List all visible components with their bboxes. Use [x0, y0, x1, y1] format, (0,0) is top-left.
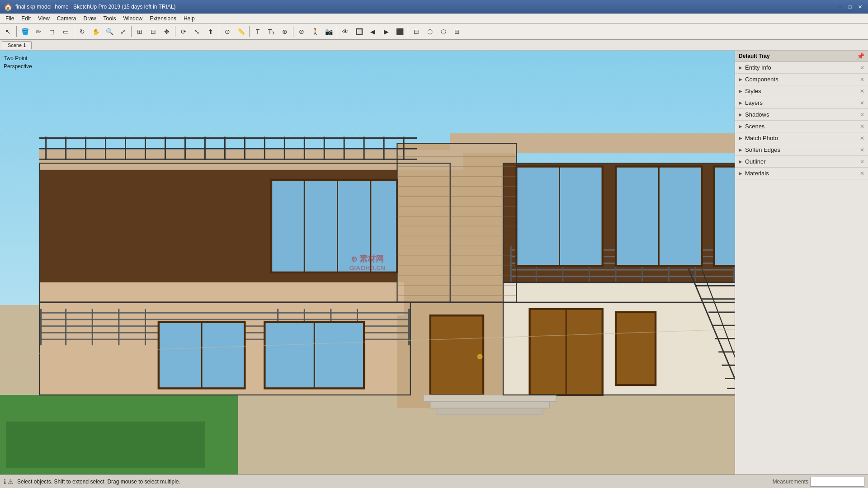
title-bar-text: final skp model -home - SketchUp Pro 201…: [15, 4, 176, 10]
tray-item-close-icon[interactable]: ✕: [860, 65, 864, 71]
scale-tool[interactable]: ⤡: [191, 25, 203, 38]
pencil-tool[interactable]: ✏: [32, 25, 45, 38]
zoom-extents-tool[interactable]: ⤢: [117, 25, 129, 38]
measurements-label: Measurements: [773, 479, 808, 485]
tape-tool[interactable]: 📏: [235, 25, 247, 38]
menu-item-draw[interactable]: Draw: [80, 14, 100, 23]
tray-item-label: Match Photo: [745, 135, 778, 141]
tray-item-shadows[interactable]: ▶Shadows✕: [735, 109, 868, 121]
tray-item-match-photo[interactable]: ▶Match Photo✕: [735, 132, 868, 144]
zoom-tool[interactable]: 🔍: [103, 25, 116, 38]
minimize-button[interactable]: ─: [835, 2, 844, 11]
orbit-tool[interactable]: ↻: [76, 25, 89, 38]
menu-item-extensions[interactable]: Extensions: [146, 14, 180, 23]
tray-item-soften-edges[interactable]: ▶Soften Edges✕: [735, 144, 868, 156]
next-view-tool[interactable]: ▶: [380, 25, 392, 38]
rectangle-tool[interactable]: ▭: [59, 25, 72, 38]
look-around-tool[interactable]: 👁: [339, 25, 352, 38]
tray-item-entity-info[interactable]: ▶Entity Info✕: [735, 62, 868, 74]
status-bar: ℹ ⚠ Select objects. Shift to extend sele…: [0, 474, 868, 488]
move-tool[interactable]: ✥: [160, 25, 173, 38]
parallel-tool[interactable]: ⊟: [410, 25, 423, 38]
perspective-tool[interactable]: ⬡: [424, 25, 436, 38]
tray-item-close-icon[interactable]: ✕: [860, 135, 864, 141]
svg-rect-77: [430, 315, 483, 395]
tray-item-left-entity-info: ▶Entity Info: [739, 64, 771, 71]
walkthrough-tool[interactable]: 🚶: [309, 25, 321, 38]
toolbar-separator: [74, 26, 74, 37]
measurements-box: Measurements: [773, 477, 864, 487]
menu-item-tools[interactable]: Tools: [100, 14, 120, 23]
main-area: Two Point Perspective: [0, 51, 868, 474]
status-message: Select objects. Shift to extend select. …: [17, 479, 769, 485]
paint-bucket-tool[interactable]: 🪣: [19, 25, 31, 38]
tray-item-close-icon[interactable]: ✕: [860, 159, 864, 165]
menu-item-view[interactable]: View: [34, 14, 53, 23]
text-tool[interactable]: T: [251, 25, 264, 38]
expand-arrow-icon: ▶: [739, 147, 742, 152]
expand-arrow-icon: ▶: [739, 89, 742, 94]
menu-item-window[interactable]: Window: [120, 14, 146, 23]
zoom-window-tool[interactable]: 🔲: [353, 25, 365, 38]
tray-item-close-icon[interactable]: ✕: [860, 100, 864, 106]
tray-item-close-icon[interactable]: ✕: [860, 88, 864, 94]
tray-item-close-icon[interactable]: ✕: [860, 76, 864, 83]
standard-views-tool[interactable]: ⬛: [393, 25, 406, 38]
tray-item-scenes[interactable]: ▶Scenes✕: [735, 121, 868, 132]
menu-item-camera[interactable]: Camera: [53, 14, 80, 23]
group-tool[interactable]: ⊟: [147, 25, 160, 38]
3d-text-tool[interactable]: T₃: [265, 25, 278, 38]
tray-item-components[interactable]: ▶Components✕: [735, 74, 868, 85]
tray-item-styles[interactable]: ▶Styles✕: [735, 85, 868, 97]
toolbar-separator: [175, 26, 175, 37]
svg-rect-2: [6, 422, 205, 468]
panel-header: Default Tray 📌: [735, 51, 868, 62]
panel-title: Default Tray: [739, 53, 770, 59]
menu-item-help[interactable]: Help: [180, 14, 198, 23]
expand-arrow-icon: ▶: [739, 100, 742, 105]
svg-rect-54: [510, 276, 735, 277]
tray-item-close-icon[interactable]: ✕: [860, 112, 864, 118]
section-tool[interactable]: ⊘: [295, 25, 308, 38]
tray-item-layers[interactable]: ▶Layers✕: [735, 97, 868, 109]
panel-pin-icon[interactable]: 📌: [857, 52, 864, 60]
camera-position-tool[interactable]: 📷: [322, 25, 335, 38]
tray-items-container: ▶Entity Info✕▶Components✕▶Styles✕▶Layers…: [735, 62, 868, 179]
component-tool[interactable]: ⊞: [133, 25, 146, 38]
tray-item-label: Styles: [745, 88, 761, 94]
pan-tool[interactable]: ✋: [90, 25, 102, 38]
svg-rect-82: [424, 395, 556, 402]
viewport[interactable]: Two Point Perspective: [0, 51, 735, 474]
menu-item-edit[interactable]: Edit: [18, 14, 34, 23]
rotate-tool[interactable]: ⟳: [177, 25, 190, 38]
expand-arrow-icon: ▶: [739, 112, 742, 117]
app-icon: 🏠: [4, 3, 13, 11]
tray-item-left-soften-edges: ▶Soften Edges: [739, 146, 780, 153]
toolbar-separator: [219, 26, 219, 37]
tray-item-label: Layers: [745, 99, 763, 106]
eraser-tool[interactable]: ◻: [46, 25, 58, 38]
offset-tool[interactable]: ⊙: [221, 25, 234, 38]
toolbar-separator: [337, 26, 337, 37]
tray-item-outliner[interactable]: ▶Outliner✕: [735, 156, 868, 168]
scene-tab-0[interactable]: Scene 1: [2, 41, 32, 49]
tray-item-label: Materials: [745, 170, 769, 177]
tray-item-close-icon[interactable]: ✕: [860, 147, 864, 153]
axes-tool[interactable]: ⊕: [278, 25, 291, 38]
warning-icon: ⚠: [8, 478, 14, 485]
maximize-button[interactable]: □: [845, 2, 854, 11]
tray-item-materials[interactable]: ▶Materials✕: [735, 168, 868, 179]
tray-item-close-icon[interactable]: ✕: [860, 123, 864, 130]
select-tool[interactable]: ↖: [2, 25, 14, 38]
two-point-perspective-tool[interactable]: ⬠: [437, 25, 450, 38]
tray-item-left-shadows: ▶Shadows: [739, 111, 769, 118]
tray-item-label: Outliner: [745, 158, 766, 165]
toolbar-separator: [16, 26, 17, 37]
measurements-input[interactable]: [810, 477, 864, 487]
previous-view-tool[interactable]: ◀: [366, 25, 379, 38]
close-button[interactable]: ✕: [855, 2, 864, 11]
tray-item-close-icon[interactable]: ✕: [860, 170, 864, 177]
push-pull-tool[interactable]: ⬆: [204, 25, 217, 38]
match-photo-tool[interactable]: ⊞: [451, 25, 463, 38]
menu-item-file[interactable]: File: [2, 14, 18, 23]
